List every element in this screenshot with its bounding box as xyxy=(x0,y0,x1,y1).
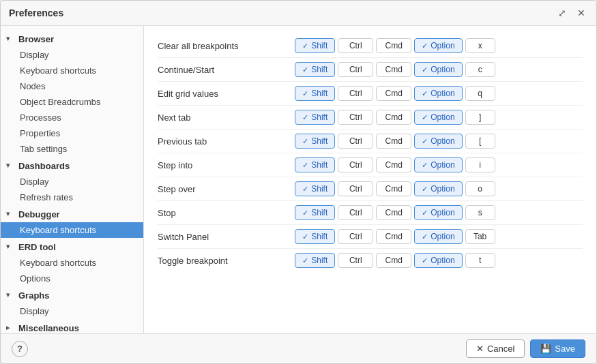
shortcut-keys-cell: ✓ ShiftCtrlCmd✓ Option] xyxy=(295,106,583,130)
cmd-key-button[interactable]: Cmd xyxy=(376,205,411,220)
shortcut-keys-cell: ✓ ShiftCtrlCmd✓ Optionx xyxy=(295,34,583,58)
help-button[interactable]: ? xyxy=(12,341,28,357)
sidebar-section-erd: ▾ERD toolKeyboard shortcutsOptions xyxy=(1,239,143,286)
sidebar-item-browser-nodes[interactable]: Nodes xyxy=(1,78,143,94)
ctrl-key-button[interactable]: Ctrl xyxy=(338,157,373,172)
option-key-button[interactable]: ✓ Option xyxy=(414,38,462,53)
footer-left: ? xyxy=(12,341,28,357)
cancel-label: Cancel xyxy=(487,344,514,354)
sidebar-item-browser-processes[interactable]: Processes xyxy=(1,110,143,125)
sidebar-item-dashboards-display[interactable]: Display xyxy=(1,174,143,189)
dialog-body: ▾BrowserDisplayKeyboard shortcutsNodesOb… xyxy=(1,26,596,333)
option-key-button[interactable]: ✓ Option xyxy=(414,181,462,196)
shortcut-action-label: Step over xyxy=(158,177,295,201)
key-value: t xyxy=(465,253,495,268)
table-row: Continue/Start✓ ShiftCtrlCmd✓ Optionc xyxy=(158,58,583,82)
cmd-key-button[interactable]: Cmd xyxy=(376,134,411,149)
sidebar-item-browser-keyboard[interactable]: Keyboard shortcuts xyxy=(1,63,143,78)
ctrl-key-button[interactable]: Ctrl xyxy=(338,134,373,149)
shift-key-button[interactable]: ✓ Shift xyxy=(295,38,335,53)
shift-key-button[interactable]: ✓ Shift xyxy=(295,134,335,149)
sidebar-item-debugger-keyboard[interactable]: Keyboard shortcuts xyxy=(1,222,143,238)
option-key-button[interactable]: ✓ Option xyxy=(414,229,462,244)
sidebar-group-debugger[interactable]: ▾Debugger xyxy=(1,207,143,222)
shift-key-button[interactable]: ✓ Shift xyxy=(295,229,335,244)
sidebar-item-dashboards-refresh[interactable]: Refresh rates xyxy=(1,189,143,205)
shortcut-action-label: Stop xyxy=(158,201,295,225)
ctrl-key-button[interactable]: Ctrl xyxy=(338,86,373,101)
sidebar-group-erd[interactable]: ▾ERD tool xyxy=(1,239,143,255)
close-button[interactable]: ✕ xyxy=(574,6,588,20)
sidebar-item-browser-properties[interactable]: Properties xyxy=(1,125,143,141)
expand-button[interactable]: ⤢ xyxy=(555,6,569,20)
sidebar-item-browser-display[interactable]: Display xyxy=(1,47,143,63)
check-icon: ✓ xyxy=(422,161,428,170)
chevron-icon: ▾ xyxy=(6,243,16,252)
table-row: Switch Panel✓ ShiftCtrlCmd✓ OptionTab xyxy=(158,225,583,249)
sidebar-item-graphs-display[interactable]: Display xyxy=(1,303,143,319)
sidebar: ▾BrowserDisplayKeyboard shortcutsNodesOb… xyxy=(1,26,144,333)
cmd-key-button[interactable]: Cmd xyxy=(376,62,411,77)
shortcut-action-label: Clear all breakpoints xyxy=(158,34,295,58)
shift-key-button[interactable]: ✓ Shift xyxy=(295,86,335,101)
sidebar-item-erd-options[interactable]: Options xyxy=(1,271,143,286)
check-icon: ✓ xyxy=(302,209,308,217)
sidebar-section-graphs: ▾GraphsDisplay xyxy=(1,288,143,319)
sidebar-group-dashboards[interactable]: ▾Dashboards xyxy=(1,158,143,174)
sidebar-item-browser-tab-settings[interactable]: Tab settings xyxy=(1,141,143,157)
sidebar-item-erd-keyboard[interactable]: Keyboard shortcuts xyxy=(1,255,143,271)
option-key-button[interactable]: ✓ Option xyxy=(414,157,462,172)
sidebar-group-miscellaneous[interactable]: ▸Miscellaneous xyxy=(1,320,143,333)
ctrl-key-button[interactable]: Ctrl xyxy=(338,181,373,196)
cmd-key-button[interactable]: Cmd xyxy=(376,229,411,244)
key-value: x xyxy=(465,38,495,53)
footer-right: ✕ Cancel 💾 Save xyxy=(466,339,585,358)
sidebar-group-browser[interactable]: ▾Browser xyxy=(1,31,143,47)
chevron-icon: ▾ xyxy=(6,35,16,44)
table-row: Step over✓ ShiftCtrlCmd✓ Optiono xyxy=(158,177,583,201)
save-button[interactable]: 💾 Save xyxy=(530,339,585,358)
cmd-key-button[interactable]: Cmd xyxy=(376,181,411,196)
main-content: Clear all breakpoints✓ ShiftCtrlCmd✓ Opt… xyxy=(144,26,596,333)
shift-key-button[interactable]: ✓ Shift xyxy=(295,110,335,125)
sidebar-group-graphs[interactable]: ▾Graphs xyxy=(1,288,143,303)
ctrl-key-button[interactable]: Ctrl xyxy=(338,253,373,268)
shortcuts-table: Clear all breakpoints✓ ShiftCtrlCmd✓ Opt… xyxy=(158,34,583,272)
option-key-button[interactable]: ✓ Option xyxy=(414,110,462,125)
option-key-button[interactable]: ✓ Option xyxy=(414,62,462,77)
cmd-key-button[interactable]: Cmd xyxy=(376,86,411,101)
shortcut-keys-cell: ✓ ShiftCtrlCmd✓ OptionTab xyxy=(295,225,583,249)
shortcut-action-label: Edit grid values xyxy=(158,82,295,106)
dialog-header: Preferences ⤢ ✕ xyxy=(1,1,596,26)
option-key-button[interactable]: ✓ Option xyxy=(414,86,462,101)
cmd-key-button[interactable]: Cmd xyxy=(376,38,411,53)
sidebar-group-label: Debugger xyxy=(18,209,60,219)
ctrl-key-button[interactable]: Ctrl xyxy=(338,62,373,77)
sidebar-item-browser-breadcrumbs[interactable]: Object Breadcrumbs xyxy=(1,94,143,110)
ctrl-key-button[interactable]: Ctrl xyxy=(338,205,373,220)
sidebar-group-label: Miscellaneous xyxy=(18,323,79,333)
cmd-key-button[interactable]: Cmd xyxy=(376,253,411,268)
option-key-button[interactable]: ✓ Option xyxy=(414,134,462,149)
ctrl-key-button[interactable]: Ctrl xyxy=(338,110,373,125)
shift-key-button[interactable]: ✓ Shift xyxy=(295,205,335,220)
cmd-key-button[interactable]: Cmd xyxy=(376,157,411,172)
sidebar-group-label: Dashboards xyxy=(18,161,70,171)
chevron-icon: ▾ xyxy=(6,291,16,301)
table-row: Clear all breakpoints✓ ShiftCtrlCmd✓ Opt… xyxy=(158,34,583,58)
table-row: Previous tab✓ ShiftCtrlCmd✓ Option[ xyxy=(158,130,583,153)
cancel-icon: ✕ xyxy=(476,344,484,354)
shortcut-keys-cell: ✓ ShiftCtrlCmd✓ Options xyxy=(295,201,583,225)
shortcut-keys-cell: ✓ ShiftCtrlCmd✓ Optionc xyxy=(295,58,583,82)
ctrl-key-button[interactable]: Ctrl xyxy=(338,38,373,53)
cmd-key-button[interactable]: Cmd xyxy=(376,110,411,125)
shift-key-button[interactable]: ✓ Shift xyxy=(295,62,335,77)
sidebar-section-dashboards: ▾DashboardsDisplayRefresh rates xyxy=(1,158,143,205)
option-key-button[interactable]: ✓ Option xyxy=(414,253,462,268)
cancel-button[interactable]: ✕ Cancel xyxy=(466,339,525,358)
option-key-button[interactable]: ✓ Option xyxy=(414,205,462,220)
ctrl-key-button[interactable]: Ctrl xyxy=(338,229,373,244)
shift-key-button[interactable]: ✓ Shift xyxy=(295,253,335,268)
shift-key-button[interactable]: ✓ Shift xyxy=(295,181,335,196)
shift-key-button[interactable]: ✓ Shift xyxy=(295,157,335,172)
